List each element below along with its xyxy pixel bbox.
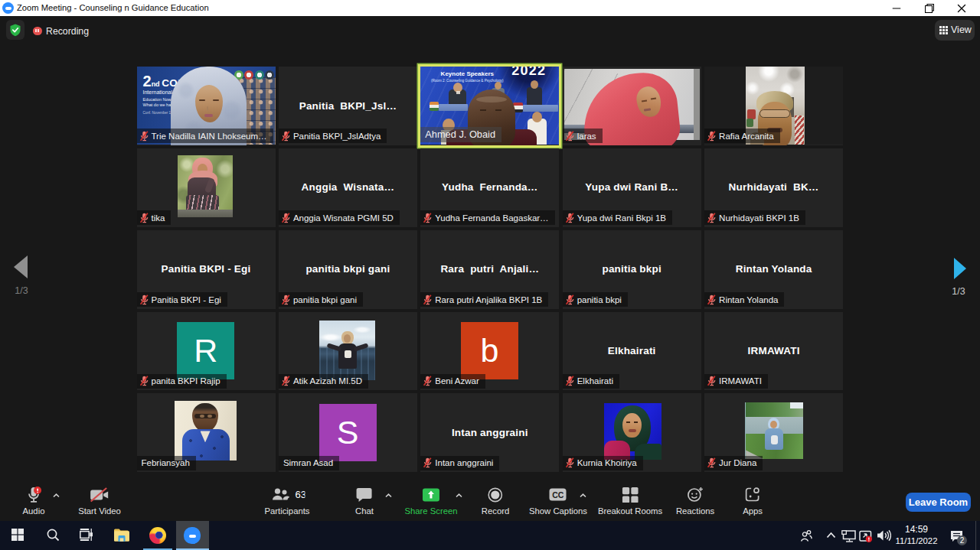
svg-text:CC: CC: [553, 490, 565, 500]
svg-text:63: 63: [295, 488, 305, 500]
